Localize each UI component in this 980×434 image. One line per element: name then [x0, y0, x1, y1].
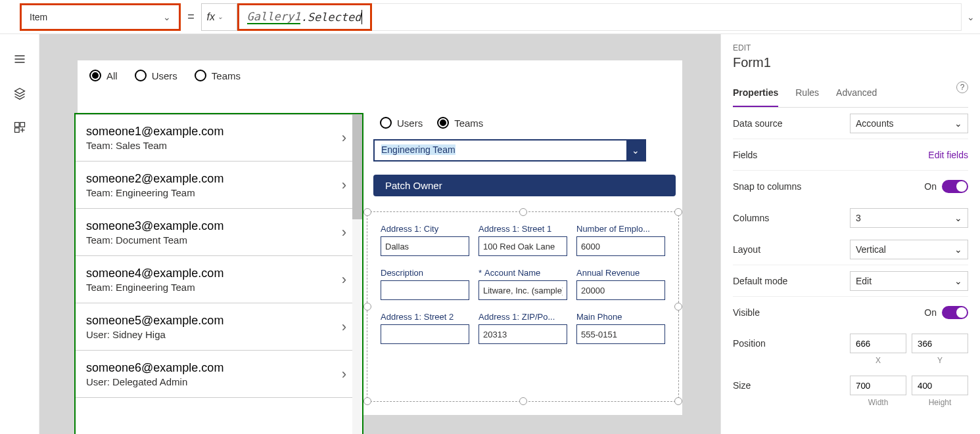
- formula-input-extension[interactable]: [372, 3, 962, 31]
- edit-form[interactable]: Address 1: City Address 1: Street 1 Numb…: [367, 211, 679, 402]
- form-field: Annual Revenue: [576, 268, 665, 300]
- field-input[interactable]: [576, 324, 665, 344]
- gallery-item-sub: Team: Engineering Team: [86, 282, 223, 293]
- formula-token-prop: .Selected: [300, 11, 361, 24]
- resize-handle[interactable]: [674, 303, 682, 311]
- size-width-input[interactable]: [850, 376, 906, 395]
- resize-handle[interactable]: [674, 208, 682, 216]
- chevron-down-icon: ⌄: [954, 244, 962, 255]
- radio-label: Users: [152, 70, 177, 81]
- gallery-item[interactable]: someone2@example.com Team: Engineering T…: [76, 162, 362, 209]
- radio-teams[interactable]: Teams: [195, 70, 241, 81]
- prop-label: Default mode: [733, 276, 787, 286]
- position-x-input[interactable]: [850, 334, 906, 353]
- property-selector[interactable]: Item ⌄: [20, 3, 181, 31]
- field-input[interactable]: [478, 280, 567, 300]
- gallery-item[interactable]: someone4@example.com Team: Engineering T…: [76, 256, 362, 303]
- gallery-item-sub: Team: Sales Team: [86, 140, 223, 151]
- chevron-down-icon: ⌄: [954, 213, 962, 223]
- snap-toggle[interactable]: On: [924, 180, 968, 193]
- field-label: Address 1: City: [381, 224, 469, 234]
- axis-label: Height: [912, 398, 968, 407]
- prop-label: Snap to columns: [733, 181, 801, 192]
- form-field: Number of Emplo...: [576, 224, 665, 256]
- fx-button[interactable]: fx ⌄: [201, 3, 237, 31]
- resize-handle[interactable]: [519, 208, 527, 216]
- position-y-input[interactable]: [912, 334, 968, 353]
- prop-data-source: Data source Accounts ⌄: [733, 108, 968, 139]
- radio-owner-teams[interactable]: Teams: [437, 117, 483, 129]
- scrollbar-track[interactable]: [352, 114, 362, 434]
- gallery-item[interactable]: someone1@example.com Team: Sales Team ›: [76, 114, 362, 162]
- resize-handle[interactable]: [363, 208, 371, 216]
- columns-dropdown[interactable]: 3 ⌄: [850, 208, 968, 228]
- default-mode-dropdown[interactable]: Edit ⌄: [850, 271, 968, 291]
- chevron-right-icon: ›: [342, 366, 346, 383]
- dropdown-value: Vertical: [856, 244, 886, 255]
- resize-handle[interactable]: [363, 397, 371, 405]
- prop-size: Size Width Height: [733, 370, 968, 412]
- radio-users[interactable]: Users: [135, 70, 177, 81]
- app-canvas[interactable]: All Users Teams someone1@example.com Tea…: [78, 60, 682, 415]
- svg-rect-0: [14, 123, 19, 127]
- axis-label: Y: [912, 356, 968, 365]
- tab-properties[interactable]: Properties: [733, 82, 778, 107]
- field-input[interactable]: [478, 236, 567, 256]
- tree-view-icon[interactable]: [13, 53, 26, 66]
- axis-label: Width: [850, 398, 906, 407]
- prop-layout: Layout Vertical ⌄: [733, 234, 968, 265]
- chevron-right-icon: ›: [342, 224, 346, 241]
- radio-icon: [195, 70, 206, 81]
- field-input[interactable]: [381, 280, 469, 300]
- prop-position: Position X Y: [733, 328, 968, 370]
- gallery-item-email: someone6@example.com: [86, 361, 223, 375]
- prop-label: Position: [733, 338, 766, 349]
- radio-all[interactable]: All: [89, 70, 118, 81]
- dropdown-value: Accounts: [856, 118, 894, 129]
- resize-handle[interactable]: [519, 397, 527, 405]
- chevron-right-icon: ›: [342, 318, 346, 336]
- patch-owner-button[interactable]: Patch Owner: [373, 175, 676, 196]
- combobox-value: Engineering Team: [375, 141, 626, 160]
- field-input[interactable]: [478, 324, 567, 344]
- tab-advanced[interactable]: Advanced: [836, 82, 877, 107]
- layers-icon[interactable]: [13, 87, 26, 100]
- dropdown-value: Edit: [856, 276, 872, 286]
- radio-owner-users[interactable]: Users: [380, 117, 423, 129]
- chevron-down-icon[interactable]: ⌄: [626, 141, 645, 160]
- field-input[interactable]: [576, 280, 665, 300]
- gallery[interactable]: someone1@example.com Team: Sales Team › …: [74, 113, 363, 434]
- prop-default-mode: Default mode Edit ⌄: [733, 265, 968, 297]
- insert-icon[interactable]: [13, 121, 26, 134]
- field-input[interactable]: [576, 236, 665, 256]
- gallery-item[interactable]: someone3@example.com Team: Document Team…: [76, 209, 362, 256]
- gallery-item[interactable]: someone5@example.com User: Sidney Higa ›: [76, 303, 362, 351]
- resize-handle[interactable]: [674, 397, 682, 405]
- tab-rules[interactable]: Rules: [795, 82, 819, 107]
- size-height-input[interactable]: [912, 376, 968, 395]
- prop-label: Columns: [733, 213, 769, 223]
- scrollbar-thumb[interactable]: [352, 114, 362, 219]
- form-field: Address 1: Street 1: [478, 224, 567, 256]
- edit-fields-link[interactable]: Edit fields: [928, 150, 968, 160]
- svg-rect-2: [14, 128, 19, 133]
- formula-input[interactable]: Gallery1.Selected: [237, 3, 372, 31]
- gallery-item[interactable]: someone6@example.com User: Delegated Adm…: [76, 351, 362, 398]
- radio-label: Users: [397, 118, 423, 129]
- equals-label: =: [187, 10, 195, 24]
- help-icon[interactable]: ?: [956, 81, 968, 93]
- chevron-down-icon: ⌄: [163, 12, 171, 22]
- visible-toggle[interactable]: On: [924, 306, 968, 319]
- layout-dropdown[interactable]: Vertical ⌄: [850, 240, 968, 259]
- prop-label: Layout: [733, 244, 760, 255]
- gallery-item-sub: Team: Engineering Team: [86, 187, 223, 198]
- field-label: Main Phone: [576, 312, 665, 322]
- team-combobox[interactable]: Engineering Team ⌄: [373, 139, 646, 162]
- owner-radio-group: Users Teams: [380, 117, 676, 129]
- data-source-dropdown[interactable]: Accounts ⌄: [850, 114, 968, 133]
- resize-handle[interactable]: [363, 303, 371, 311]
- formula-expand-button[interactable]: ⌄: [962, 12, 980, 22]
- radio-label: Teams: [454, 118, 483, 129]
- field-input[interactable]: [381, 236, 469, 256]
- field-input[interactable]: [381, 324, 469, 344]
